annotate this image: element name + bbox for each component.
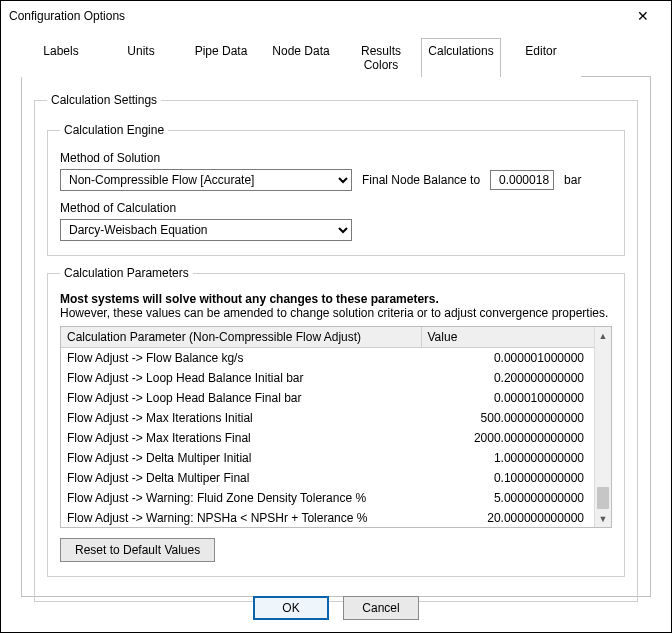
method-of-calculation-select[interactable]: Darcy-Weisbach Equation <box>60 219 352 241</box>
reset-to-defaults-button[interactable]: Reset to Default Values <box>60 538 215 562</box>
close-button[interactable]: ✕ <box>623 2 663 30</box>
tab-label: Pipe Data <box>195 44 248 58</box>
scroll-up-arrow-icon[interactable]: ▲ <box>595 327 611 344</box>
params-note: However, these values can be amended to … <box>60 306 612 320</box>
calculation-engine-legend: Calculation Engine <box>60 123 168 137</box>
calculation-settings-group: Calculation Settings Calculation Engine … <box>34 93 638 602</box>
param-value-cell[interactable]: 0.000001000000 <box>421 348 594 368</box>
tab-node-data[interactable]: Node Data <box>261 38 341 77</box>
param-name-cell: Flow Adjust -> Warning: NPSHa < NPSHr + … <box>61 508 421 528</box>
col-header-value[interactable]: Value <box>421 327 594 348</box>
final-node-balance-label: Final Node Balance to <box>362 173 480 187</box>
param-name-cell: Flow Adjust -> Loop Head Balance Final b… <box>61 388 421 408</box>
param-name-cell: Flow Adjust -> Max Iterations Initial <box>61 408 421 428</box>
tab-label: Labels <box>43 44 78 58</box>
tab-results-colors[interactable]: Results Colors <box>341 38 421 77</box>
param-name-cell: Flow Adjust -> Delta Multiper Initial <box>61 448 421 468</box>
col-header-param[interactable]: Calculation Parameter (Non-Compressible … <box>61 327 421 348</box>
param-name-cell: Flow Adjust -> Flow Balance kg/s <box>61 348 421 368</box>
table-row[interactable]: Flow Adjust -> Loop Head Balance Final b… <box>61 388 594 408</box>
param-value-cell[interactable]: 0.100000000000 <box>421 468 594 488</box>
method-of-solution-select[interactable]: Non-Compressible Flow [Accurate] <box>60 169 352 191</box>
params-table: Calculation Parameter (Non-Compressible … <box>61 327 594 527</box>
titlebar: Configuration Options ✕ <box>1 1 671 31</box>
table-row[interactable]: Flow Adjust -> Loop Head Balance Initial… <box>61 368 594 388</box>
params-table-wrap: Calculation Parameter (Non-Compressible … <box>60 326 612 528</box>
tab-strip: Labels Units Pipe Data Node Data Results… <box>21 37 651 77</box>
window-title: Configuration Options <box>9 9 125 23</box>
param-name-cell: Flow Adjust -> Loop Head Balance Initial… <box>61 368 421 388</box>
ok-button[interactable]: OK <box>253 596 329 620</box>
param-name-cell: Flow Adjust -> Max Iterations Final <box>61 428 421 448</box>
param-value-cell[interactable]: 20.000000000000 <box>421 508 594 528</box>
final-node-balance-unit: bar <box>564 173 581 187</box>
tab-calculations[interactable]: Calculations <box>421 38 501 77</box>
tab-label: Units <box>127 44 154 58</box>
param-value-cell[interactable]: 1.000000000000 <box>421 448 594 468</box>
calculation-parameters-legend: Calculation Parameters <box>60 266 193 280</box>
tab-panel-calculations: Calculation Settings Calculation Engine … <box>21 77 651 597</box>
scroll-down-arrow-icon[interactable]: ▼ <box>595 510 611 527</box>
tab-editor[interactable]: Editor <box>501 38 581 77</box>
tab-label: Editor <box>525 44 556 58</box>
param-value-cell[interactable]: 500.000000000000 <box>421 408 594 428</box>
final-node-balance-input[interactable] <box>490 170 554 190</box>
tab-pipe-data[interactable]: Pipe Data <box>181 38 261 77</box>
cancel-button[interactable]: Cancel <box>343 596 419 620</box>
param-value-cell[interactable]: 2000.000000000000 <box>421 428 594 448</box>
calculation-engine-group: Calculation Engine Method of Solution No… <box>47 123 625 256</box>
param-value-cell[interactable]: 0.000010000000 <box>421 388 594 408</box>
table-row[interactable]: Flow Adjust -> Warning: NPSHa < NPSHr + … <box>61 508 594 528</box>
param-name-cell: Flow Adjust -> Delta Multiper Final <box>61 468 421 488</box>
method-of-calculation-label: Method of Calculation <box>60 201 612 215</box>
table-row[interactable]: Flow Adjust -> Delta Multiper Final0.100… <box>61 468 594 488</box>
table-row[interactable]: Flow Adjust -> Max Iterations Final2000.… <box>61 428 594 448</box>
tab-label: Node Data <box>272 44 329 58</box>
table-row[interactable]: Flow Adjust -> Delta Multiper Initial1.0… <box>61 448 594 468</box>
table-row[interactable]: Flow Adjust -> Warning: Fluid Zone Densi… <box>61 488 594 508</box>
table-row[interactable]: Flow Adjust -> Max Iterations Initial500… <box>61 408 594 428</box>
tab-labels[interactable]: Labels <box>21 38 101 77</box>
method-of-solution-label: Method of Solution <box>60 151 612 165</box>
param-value-cell[interactable]: 5.000000000000 <box>421 488 594 508</box>
close-icon: ✕ <box>637 8 649 24</box>
params-note-strong: Most systems will solve without any chan… <box>60 292 612 306</box>
param-value-cell[interactable]: 0.200000000000 <box>421 368 594 388</box>
vertical-scrollbar[interactable]: ▲ ▼ <box>594 327 611 527</box>
calculation-parameters-group: Calculation Parameters Most systems will… <box>47 266 625 577</box>
tab-units[interactable]: Units <box>101 38 181 77</box>
tab-label: Calculations <box>428 44 493 58</box>
scroll-thumb[interactable] <box>597 487 609 509</box>
dialog-footer: OK Cancel <box>1 596 671 620</box>
tab-label: Results Colors <box>361 44 401 72</box>
table-row[interactable]: Flow Adjust -> Flow Balance kg/s0.000001… <box>61 348 594 368</box>
calculation-settings-legend: Calculation Settings <box>47 93 161 107</box>
param-name-cell: Flow Adjust -> Warning: Fluid Zone Densi… <box>61 488 421 508</box>
